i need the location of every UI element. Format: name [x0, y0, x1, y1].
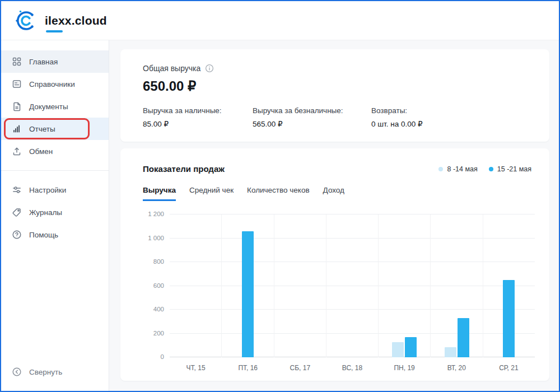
app-body: Главная Справочники До [1, 40, 559, 391]
sidebar-item-journals[interactable]: Журналы [1, 201, 109, 223]
legend-item-week1: 8 -14 мая [438, 165, 477, 173]
sidebar-item-label: Отчеты [29, 125, 55, 133]
x-axis-label: ПН, 19 [379, 364, 431, 372]
sidebar-item-label: Помощь [29, 231, 58, 239]
app-title: ilexx.cloud [45, 14, 107, 27]
legend-dot-blue [489, 167, 493, 171]
tab-revenue[interactable]: Выручка [143, 186, 176, 201]
app-window: ilexx.cloud Главная [0, 0, 560, 392]
metric-value: 565.00 ₽ [253, 119, 371, 128]
legend-item-week2: 15 -21 мая [489, 165, 531, 173]
metric-returns: Возвраты: 0 шт. на 0.00 ₽ [371, 106, 527, 128]
metric-label: Выручка за наличные: [143, 106, 253, 115]
sidebar-item-help[interactable]: Помощь [1, 223, 109, 246]
tab-income[interactable]: Доход [323, 186, 344, 201]
help-icon [11, 230, 22, 240]
sidebar-item-reports[interactable]: Отчеты [1, 118, 109, 140]
sidebar: Главная Справочники До [1, 40, 109, 391]
bar [503, 280, 515, 357]
x-axis-label: СБ, 17 [274, 364, 326, 372]
sales-chart: 02004006008001 0001 200 ЧТ, 15ПТ, 16СБ, … [143, 214, 536, 372]
chart-columns [170, 214, 535, 357]
dashboard-icon [11, 57, 22, 67]
chevron-left-circle-icon [11, 367, 22, 377]
x-axis-label: ВТ, 20 [431, 364, 483, 372]
sidebar-item-catalogs[interactable]: Справочники [1, 73, 109, 95]
sidebar-item-label: Документы [29, 102, 68, 111]
x-axis-label: ЧТ, 15 [170, 364, 222, 372]
sales-title: Показатели продаж [143, 164, 225, 174]
y-tick-label: 200 [143, 330, 164, 337]
sidebar-divider [1, 170, 109, 171]
metric-value: 85.00 ₽ [143, 119, 253, 128]
x-axis-label: ПТ, 16 [222, 364, 274, 372]
x-axis-label: СР, 21 [483, 364, 535, 372]
sidebar-item-label: Журналы [29, 208, 62, 217]
y-tick-label: 400 [143, 306, 164, 312]
chart-column [170, 214, 221, 357]
brand[interactable]: ilexx.cloud [13, 8, 107, 34]
bar [405, 337, 417, 357]
sidebar-item-documents[interactable]: Документы [1, 95, 109, 118]
chart-column [274, 214, 326, 357]
metric-label: Возвраты: [371, 106, 527, 115]
chart-column [326, 214, 378, 357]
metric-value: 0 шт. на 0.00 ₽ [371, 119, 527, 128]
upload-icon [11, 146, 22, 156]
total-revenue-value: 650.00 ₽ [143, 78, 527, 94]
collapse-label: Свернуть [29, 368, 62, 376]
chart-column [483, 214, 535, 357]
y-tick-label: 1 000 [143, 235, 164, 241]
sidebar-item-label: Главная [29, 58, 58, 66]
chart-plot: 02004006008001 0001 200 [170, 214, 535, 357]
tab-check-count[interactable]: Количество чеков [247, 186, 310, 201]
logo-icon [13, 8, 39, 34]
revenue-summary-title: Общая выручка [143, 64, 200, 73]
sidebar-item-label: Настройки [29, 186, 66, 194]
collapse-sidebar-button[interactable]: Свернуть [1, 361, 109, 383]
x-axis: ЧТ, 15ПТ, 16СБ, 17ВС, 18ПН, 19ВТ, 20СР, … [170, 361, 535, 372]
y-tick-label: 600 [143, 282, 164, 289]
brand-underline [46, 30, 63, 32]
info-icon[interactable] [205, 64, 214, 73]
y-tick-label: 1 200 [143, 211, 164, 217]
y-tick-label: 0 [143, 353, 164, 360]
sales-tabs: Выручка Средний чек Количество чеков Дох… [143, 186, 536, 201]
tab-average-check[interactable]: Средний чек [189, 186, 234, 201]
sliders-icon [11, 185, 22, 195]
catalog-icon [11, 79, 22, 89]
revenue-summary-card: Общая выручка 650.00 ₽ Выручка за наличн… [120, 49, 549, 142]
legend-dot-light [438, 167, 443, 171]
legend-label: 15 -21 мая [497, 165, 531, 173]
chart-column [430, 214, 482, 357]
app-header: ilexx.cloud [1, 1, 559, 40]
legend-label: 8 -14 мая [447, 165, 477, 173]
sales-indicators-card: Показатели продаж 8 -14 мая 15 -21 мая [120, 148, 549, 381]
metric-cashless: Выручка за безналичные: 565.00 ₽ [253, 106, 371, 128]
tag-icon [11, 207, 22, 217]
y-tick-label: 800 [143, 258, 164, 265]
bar-chart-icon [11, 124, 22, 134]
document-icon [11, 101, 22, 111]
metric-label: Выручка за безналичные: [253, 106, 371, 115]
main-content: Общая выручка 650.00 ₽ Выручка за наличн… [109, 40, 559, 391]
x-axis-label: ВС, 18 [326, 364, 378, 372]
chart-legend: 8 -14 мая 15 -21 мая [438, 165, 536, 173]
sidebar-item-exchange[interactable]: Обмен [1, 140, 109, 162]
sidebar-item-home[interactable]: Главная [1, 50, 109, 73]
chart-column [378, 214, 430, 357]
bar [445, 347, 456, 357]
sidebar-item-label: Обмен [29, 147, 53, 156]
chart-column [221, 214, 273, 357]
bar [392, 342, 404, 357]
sidebar-item-label: Справочники [29, 80, 75, 88]
sidebar-item-settings[interactable]: Настройки [1, 179, 109, 201]
metric-cash: Выручка за наличные: 85.00 ₽ [143, 106, 253, 128]
bar [458, 318, 469, 357]
bar [242, 231, 254, 357]
